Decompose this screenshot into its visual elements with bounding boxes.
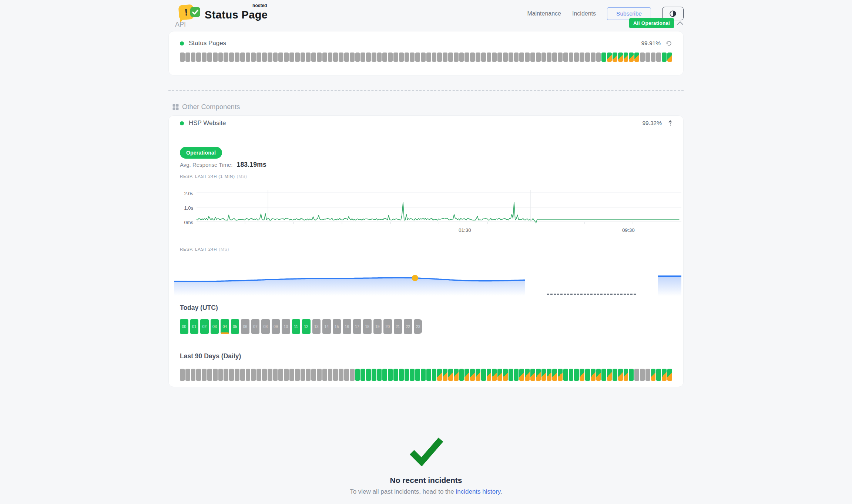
- uptime-bar[interactable]: [607, 53, 612, 62]
- uptime-bar[interactable]: [547, 53, 551, 62]
- uptime-bar[interactable]: [645, 53, 650, 62]
- uptime-bar[interactable]: [251, 53, 256, 62]
- uptime-bar[interactable]: [563, 53, 568, 62]
- uptime-bar[interactable]: [563, 369, 568, 381]
- uptime-bar[interactable]: [382, 53, 387, 62]
- hour-block[interactable]: 14: [322, 319, 331, 334]
- uptime-bar[interactable]: [607, 369, 612, 381]
- uptime-bar[interactable]: [426, 369, 431, 381]
- uptime-bar[interactable]: [382, 369, 387, 381]
- uptime-bar[interactable]: [284, 369, 289, 381]
- uptime-bar[interactable]: [585, 53, 590, 62]
- uptime-bar[interactable]: [492, 53, 497, 62]
- hour-block[interactable]: 00: [180, 319, 188, 334]
- uptime-bar[interactable]: [481, 53, 486, 62]
- uptime-bar[interactable]: [388, 53, 393, 62]
- uptime-bar[interactable]: [437, 369, 442, 381]
- uptime-bar[interactable]: [284, 53, 289, 62]
- hour-block[interactable]: 17: [353, 319, 362, 334]
- uptime-bar[interactable]: [530, 53, 535, 62]
- hour-block[interactable]: 23: [414, 319, 423, 334]
- uptime-bar[interactable]: [509, 369, 513, 381]
- uptime-bar[interactable]: [596, 53, 601, 62]
- hour-block[interactable]: 05: [231, 319, 239, 334]
- uptime-bar[interactable]: [437, 53, 442, 62]
- uptime-bar[interactable]: [503, 53, 508, 62]
- uptime-bar[interactable]: [256, 53, 261, 62]
- uptime-bar[interactable]: [656, 53, 661, 62]
- uptime-bar[interactable]: [333, 369, 338, 381]
- uptime-bar[interactable]: [360, 369, 365, 381]
- uptime-bar[interactable]: [246, 53, 251, 62]
- uptime-bar[interactable]: [613, 53, 617, 62]
- uptime-bar[interactable]: [268, 53, 272, 62]
- uptime-bar[interactable]: [235, 369, 239, 381]
- uptime-bar[interactable]: [536, 53, 541, 62]
- uptime-bar[interactable]: [405, 53, 409, 62]
- uptime-bar[interactable]: [410, 53, 415, 62]
- uptime-bar[interactable]: [651, 53, 656, 62]
- uptime-bar[interactable]: [213, 369, 218, 381]
- uptime-bar[interactable]: [372, 53, 376, 62]
- uptime-bar[interactable]: [601, 53, 606, 62]
- uptime-bar[interactable]: [344, 53, 349, 62]
- uptime-bar[interactable]: [207, 369, 212, 381]
- uptime-bar[interactable]: [224, 369, 228, 381]
- uptime-bar[interactable]: [459, 53, 464, 62]
- uptime-bar[interactable]: [448, 369, 453, 381]
- uptime-bar[interactable]: [273, 369, 278, 381]
- hour-block[interactable]: 21: [394, 319, 402, 334]
- uptime-bar[interactable]: [541, 53, 546, 62]
- uptime-bar[interactable]: [470, 53, 475, 62]
- uptime-bar[interactable]: [640, 53, 645, 62]
- uptime-bar[interactable]: [624, 53, 628, 62]
- uptime-bar[interactable]: [344, 369, 349, 381]
- uptime-bar[interactable]: [459, 369, 464, 381]
- uptime-bar[interactable]: [497, 53, 502, 62]
- uptime-bar[interactable]: [295, 369, 300, 381]
- uptime-bar[interactable]: [251, 369, 256, 381]
- uptime-bar[interactable]: [629, 369, 634, 381]
- uptime-bar[interactable]: [393, 369, 398, 381]
- uptime-bar[interactable]: [240, 53, 245, 62]
- uptime-bar[interactable]: [317, 369, 322, 381]
- uptime-bar[interactable]: [601, 369, 606, 381]
- uptime-bar[interactable]: [448, 53, 453, 62]
- uptime-bar[interactable]: [262, 53, 267, 62]
- uptime-bar[interactable]: [306, 53, 311, 62]
- uptime-bar[interactable]: [421, 53, 426, 62]
- uptime-bar[interactable]: [591, 53, 596, 62]
- uptime-bar[interactable]: [574, 369, 579, 381]
- hour-block[interactable]: 10: [282, 319, 290, 334]
- uptime-bar[interactable]: [443, 53, 447, 62]
- uptime-bar[interactable]: [667, 369, 672, 381]
- hour-block[interactable]: 18: [363, 319, 372, 334]
- refresh-icon[interactable]: [666, 40, 672, 46]
- uptime-bar[interactable]: [415, 53, 420, 62]
- uptime-bar[interactable]: [574, 53, 579, 62]
- uptime-bar[interactable]: [350, 369, 355, 381]
- uptime-bar[interactable]: [596, 369, 601, 381]
- uptime-bar[interactable]: [492, 369, 497, 381]
- uptime-bar[interactable]: [355, 369, 360, 381]
- uptime-bar[interactable]: [196, 53, 201, 62]
- uptime-bar[interactable]: [202, 53, 207, 62]
- uptime-bar[interactable]: [618, 53, 623, 62]
- uptime-bar[interactable]: [645, 369, 650, 381]
- uptime-bar[interactable]: [218, 53, 223, 62]
- uptime-bar[interactable]: [487, 53, 492, 62]
- uptime-bar[interactable]: [569, 369, 574, 381]
- arrow-up-icon[interactable]: [668, 120, 673, 126]
- uptime-bar[interactable]: [262, 369, 267, 381]
- uptime-bar[interactable]: [229, 53, 234, 62]
- uptime-bar[interactable]: [558, 53, 563, 62]
- uptime-bar[interactable]: [651, 369, 656, 381]
- uptime-bar[interactable]: [180, 369, 185, 381]
- uptime-bar[interactable]: [432, 53, 437, 62]
- uptime-bar[interactable]: [366, 369, 371, 381]
- uptime-bar[interactable]: [229, 369, 234, 381]
- uptime-bar[interactable]: [191, 369, 196, 381]
- uptime-bar[interactable]: [667, 53, 672, 62]
- uptime-bar[interactable]: [295, 53, 300, 62]
- uptime-bar[interactable]: [426, 53, 431, 62]
